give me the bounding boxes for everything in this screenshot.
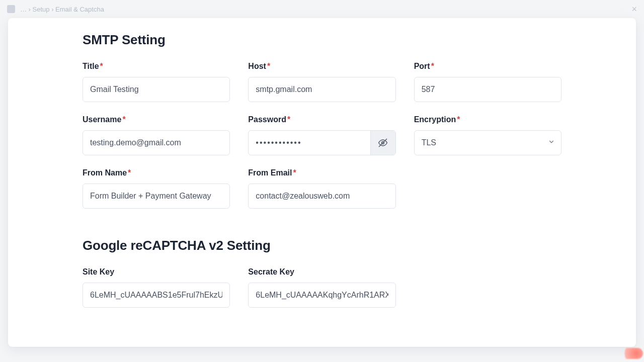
field-title: Title* — [83, 62, 230, 102]
field-secret-key: Secrate Key — [248, 267, 395, 308]
label-encryption: Encryption* — [414, 115, 561, 124]
encryption-select[interactable]: TLS — [414, 130, 561, 155]
field-password: Password* — [248, 115, 395, 155]
app-logo-icon — [7, 5, 15, 13]
label-secret-key-text: Secrate Key — [248, 267, 294, 276]
label-site-key: Site Key — [83, 267, 230, 277]
from-name-input[interactable] — [83, 184, 230, 209]
smtp-grid: Title* Host* Port* Username* Password* — [83, 62, 561, 209]
required-marker: * — [457, 115, 460, 124]
field-from-email: From Email* — [248, 168, 395, 209]
required-marker: * — [293, 168, 296, 177]
close-icon[interactable]: × — [631, 5, 637, 14]
label-from-name: From Name* — [83, 168, 230, 177]
required-marker: * — [128, 168, 131, 177]
required-marker: * — [100, 62, 103, 70]
label-port: Port* — [414, 62, 561, 71]
eye-off-icon — [378, 138, 388, 148]
recaptcha-section-title: Google reCAPTCHA v2 Setting — [83, 238, 561, 253]
field-host: Host* — [248, 62, 395, 102]
password-input-group — [248, 130, 395, 155]
required-marker: * — [431, 62, 434, 70]
smtp-section-title: SMTP Setting — [83, 32, 561, 48]
from-email-input[interactable] — [248, 184, 395, 209]
decorative-blob — [621, 348, 643, 359]
label-username: Username* — [83, 115, 230, 124]
encryption-select-value: TLS — [422, 138, 436, 147]
title-input[interactable] — [83, 77, 230, 102]
required-marker: * — [267, 62, 270, 70]
topbar: … › Setup › Email & Captcha × — [0, 0, 644, 18]
label-encryption-text: Encryption — [414, 115, 456, 124]
label-username-text: Username — [83, 115, 121, 124]
password-input[interactable] — [249, 131, 370, 155]
label-secret-key: Secrate Key — [248, 267, 395, 277]
port-input[interactable] — [414, 77, 561, 102]
field-from-name: From Name* — [83, 168, 230, 209]
label-password: Password* — [248, 115, 395, 124]
required-marker: * — [122, 115, 125, 124]
label-title: Title* — [83, 62, 230, 71]
label-from-email: From Email* — [248, 168, 395, 177]
label-host: Host* — [248, 62, 395, 71]
secret-key-input[interactable] — [248, 283, 395, 308]
toggle-password-visibility-button[interactable] — [370, 131, 395, 155]
label-password-text: Password — [248, 115, 286, 124]
label-from-email-text: From Email — [248, 168, 292, 177]
label-port-text: Port — [414, 62, 430, 70]
field-site-key: Site Key — [83, 267, 230, 308]
recaptcha-grid: Site Key Secrate Key — [83, 267, 561, 308]
field-encryption: Encryption* TLS — [414, 115, 561, 155]
label-title-text: Title — [83, 62, 99, 70]
chevron-down-icon — [548, 138, 555, 147]
host-input[interactable] — [248, 77, 395, 102]
label-site-key-text: Site Key — [83, 267, 114, 276]
field-port: Port* — [414, 62, 561, 102]
username-input[interactable] — [83, 130, 230, 155]
required-marker: * — [287, 115, 290, 124]
settings-card: SMTP Setting Title* Host* Port* Username… — [8, 18, 636, 347]
breadcrumb: … › Setup › Email & Captcha — [20, 6, 104, 13]
label-host-text: Host — [248, 62, 266, 70]
site-key-input[interactable] — [83, 283, 230, 308]
label-from-name-text: From Name — [83, 168, 127, 177]
field-username: Username* — [83, 115, 230, 155]
